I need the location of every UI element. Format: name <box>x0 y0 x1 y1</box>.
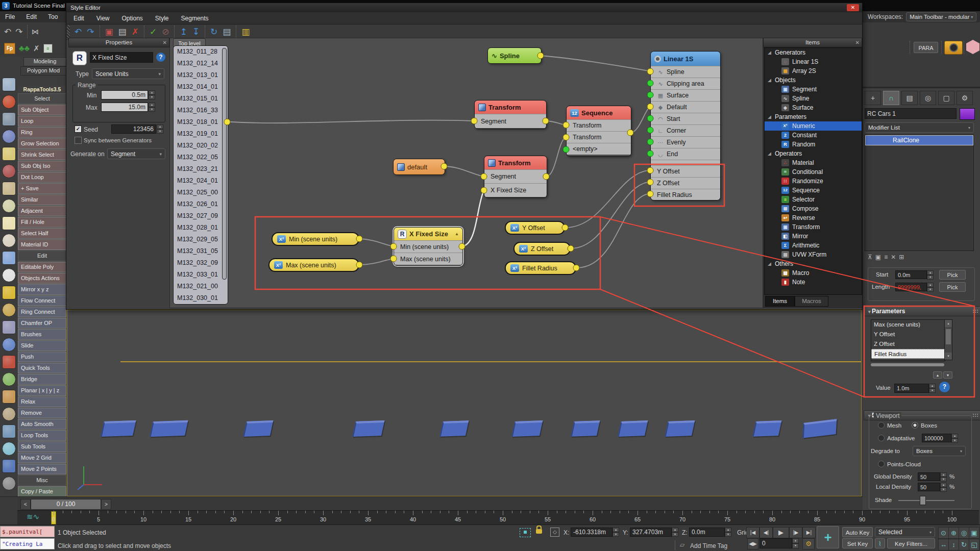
min-value-field[interactable]: 0.5m <box>101 90 148 99</box>
value-spinner[interactable]: ▴▾ <box>929 384 936 393</box>
workspaces-dropdown[interactable]: Main Toolbar - modular▾ <box>906 12 976 21</box>
degrade-dropdown[interactable]: Boxes▾ <box>913 446 966 456</box>
toolbar-grip[interactable] <box>67 25 70 39</box>
tab-macros[interactable]: Macros <box>795 296 828 307</box>
sidebar-item-chamfer-op[interactable]: Chamfer OP <box>18 318 66 329</box>
global-density-field[interactable]: 50 <box>918 472 940 481</box>
palette-tool-icon[interactable] <box>2 303 16 317</box>
connector-dot[interactable] <box>647 179 654 185</box>
connector-dot[interactable] <box>390 243 397 250</box>
segment-list-item[interactable]: M132_022_05 <box>174 152 228 163</box>
move-param-up-icon[interactable]: ▲ <box>933 371 942 379</box>
node-row[interactable]: Min (scene units) <box>394 240 462 253</box>
items-item-sequence[interactable]: 12Sequence <box>765 186 862 195</box>
refresh-icon[interactable]: ↻ <box>210 27 217 38</box>
connector-dot[interactable] <box>573 265 580 271</box>
segment-list-item[interactable]: M132_021_00 <box>174 281 228 292</box>
maximize-viewport-icon[interactable]: ◱ <box>969 539 979 550</box>
pan-icon[interactable]: ↔ <box>938 539 949 550</box>
maxscript-listener-line1[interactable]: $.paunitval[ <box>0 526 55 537</box>
points-cloud-radio[interactable] <box>878 461 885 467</box>
zoom-region-icon[interactable]: ▣ <box>969 527 979 539</box>
selection-lock-icon[interactable] <box>536 529 542 534</box>
connector-dot[interactable] <box>356 262 363 268</box>
generate-on-dropdown[interactable]: Segment▾ <box>107 148 165 159</box>
segment-list-item[interactable]: M132_011_28 <box>174 46 228 58</box>
local-density-field[interactable]: 50 <box>918 483 940 491</box>
configure-icon[interactable]: ⊞ <box>899 254 904 261</box>
frame-spinner[interactable]: ▴▾ <box>792 538 799 548</box>
spline-object-node[interactable]: ∿ Spline <box>487 47 542 64</box>
se-menu-segments[interactable]: Segments <box>181 15 209 22</box>
items-item-note[interactable]: ▮Note <box>765 278 862 287</box>
palette-tool-icon[interactable] <box>2 182 16 195</box>
modify-tab[interactable]: ∩ <box>883 91 899 105</box>
segment-list-item[interactable]: M132_023_21 <box>174 163 228 175</box>
connector-dot[interactable] <box>647 115 654 121</box>
segment-list-item[interactable]: M132_033_01 <box>174 269 228 281</box>
items-item-material[interactable]: ∴Material <box>765 158 862 167</box>
sidebar-item-select-half[interactable]: Select Half <box>18 228 66 239</box>
z-coordinate-field[interactable]: 0.0m <box>689 528 725 537</box>
modifier-list-dropdown[interactable]: Modifier List▾ <box>865 122 974 133</box>
scroll-up-icon[interactable]: ▴ <box>945 320 952 327</box>
items-item-constant[interactable]: 2Constant <box>765 131 862 140</box>
node-row[interactable]: ⋯Evenly <box>651 136 720 148</box>
numeric-parameter-node[interactable]: X²Y Offset <box>505 221 565 235</box>
node-row[interactable]: Transform <box>567 131 631 143</box>
items-item-randomize[interactable]: ∷Randomize <box>765 177 862 186</box>
se-menu-options[interactable]: Options <box>121 15 142 22</box>
node-row[interactable]: ◡End <box>651 148 720 160</box>
start-value-field[interactable]: 0.0m <box>895 270 927 279</box>
zoom-extents-icon[interactable]: ◎ <box>959 527 969 539</box>
connector-dot[interactable] <box>471 118 478 124</box>
connector-dot[interactable] <box>356 236 363 242</box>
undo-icon[interactable]: ↶ <box>4 27 11 37</box>
node-row[interactable]: Transform <box>567 119 631 131</box>
delete-icon[interactable]: ✗ <box>132 27 139 38</box>
scene-box-object[interactable] <box>150 420 188 437</box>
parameter-list-item[interactable]: Y Offset <box>871 330 945 339</box>
scene-box-object[interactable] <box>353 420 385 437</box>
segment-list-node[interactable]: M132_011_28M132_012_14M132_013_01M132_01… <box>173 45 228 305</box>
mesh-radio[interactable] <box>878 422 885 429</box>
scene-box-object[interactable] <box>571 420 600 437</box>
palette-tool-icon[interactable] <box>2 216 16 230</box>
current-frame-field[interactable]: 0 <box>760 538 792 548</box>
sidebar-item--save[interactable]: + Save <box>18 183 66 194</box>
properties-header[interactable]: Properties ✕ <box>68 38 169 47</box>
discard-icon[interactable]: ⊘ <box>162 27 169 38</box>
seed-value-field[interactable]: 123456 <box>111 124 156 134</box>
modifier-stack-item-railclone[interactable]: RailClone <box>865 135 973 145</box>
items-item-numeric[interactable]: X²Numeric <box>765 121 862 131</box>
segment-list-item[interactable]: M132_028_01 <box>174 222 228 234</box>
items-item-selector[interactable]: ≡Selector <box>765 195 862 204</box>
connector-dot[interactable] <box>441 163 448 170</box>
connector-dot[interactable] <box>647 103 654 110</box>
maxscript-listener-line2[interactable]: "Creating La <box>0 538 55 549</box>
node-row[interactable]: Segment <box>475 114 546 128</box>
sidebar-item-ring-connect[interactable]: Ring Connect <box>18 307 66 317</box>
segment-list-item[interactable]: M132_026_01 <box>174 198 228 210</box>
palette-tool-icon[interactable] <box>2 147 16 161</box>
default-segment-node[interactable]: default <box>393 159 445 175</box>
palette-tool-icon[interactable] <box>2 234 16 247</box>
connector-dot[interactable] <box>459 243 465 250</box>
segment-list-item[interactable]: M132_031_05 <box>174 245 228 257</box>
forest-pack-icon[interactable]: Fp <box>4 43 15 54</box>
motion-tab[interactable]: ◎ <box>920 91 936 105</box>
send-top-icon[interactable]: ↥ <box>180 27 187 38</box>
object-name-field[interactable]: RC Cars 1 <box>865 108 957 119</box>
create-tab[interactable]: + <box>865 91 881 105</box>
menu-edit[interactable]: Edit <box>26 13 37 20</box>
connector-dot[interactable] <box>563 146 570 153</box>
value-field[interactable]: 1.0m <box>894 384 929 393</box>
sidebar-item-copy-paste[interactable]: Copy / Paste <box>18 486 66 497</box>
style-editor-titlebar[interactable]: Style Editor ✕ <box>66 3 862 12</box>
parameter-list-item[interactable]: Max (scene units) <box>871 320 945 330</box>
numeric-parameter-node[interactable]: X²Min (scene units) <box>272 232 359 246</box>
connector-dot[interactable] <box>647 127 654 133</box>
segment-list-item[interactable]: M132_019_01 <box>174 128 228 140</box>
node-row[interactable]: Y Offset <box>651 165 720 177</box>
ribbon-tab-modeling[interactable]: Modeling <box>23 57 66 66</box>
